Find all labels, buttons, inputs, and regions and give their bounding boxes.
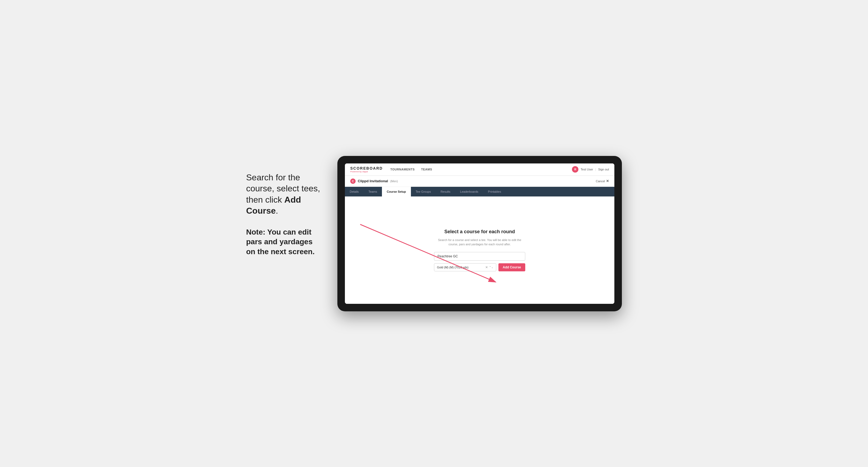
- tee-select-wrapper[interactable]: Gold (M) (M) (7010 yds) ✕ ⌃⌄: [434, 263, 496, 271]
- tournament-header: C Clippd Invitational (Men) Cancel ✕: [345, 176, 614, 187]
- instruction-bold: Add Course: [246, 195, 301, 216]
- tablet-frame: SCOREBOARD Powered by clippd TOURNAMENTS…: [337, 156, 622, 311]
- logo-sub: Powered by clippd: [350, 170, 383, 173]
- tab-tee-groups[interactable]: Tee Groups: [411, 187, 436, 196]
- tee-select-controls: ✕ ⌃⌄: [485, 266, 493, 269]
- tab-leaderboards[interactable]: Leaderboards: [455, 187, 483, 196]
- course-search-input[interactable]: [434, 252, 525, 260]
- tab-course-setup[interactable]: Course Setup: [382, 187, 411, 196]
- tournament-badge: (Men): [390, 180, 398, 183]
- instruction-note: Note: You can edit pars and yardages on …: [246, 227, 321, 257]
- nav-link-teams[interactable]: TEAMS: [421, 168, 432, 171]
- card-title: Select a course for each round: [434, 229, 525, 235]
- cancel-button[interactable]: Cancel ✕: [596, 179, 609, 183]
- add-course-button[interactable]: Add Course: [498, 263, 525, 271]
- tee-select-text: Gold (M) (M) (7010 yds): [437, 266, 468, 269]
- tee-arrows-icon[interactable]: ⌃⌄: [489, 266, 493, 269]
- tab-printables[interactable]: Printables: [483, 187, 506, 196]
- user-name: Test User: [581, 168, 593, 171]
- tablet-screen: SCOREBOARD Powered by clippd TOURNAMENTS…: [345, 163, 614, 304]
- tab-teams[interactable]: Teams: [364, 187, 382, 196]
- main-content: Select a course for each round Search fo…: [345, 196, 614, 304]
- tee-clear-icon[interactable]: ✕: [485, 266, 488, 269]
- sign-out-link[interactable]: Sign out: [598, 168, 609, 171]
- page-wrapper: Search for the course, select tees, then…: [246, 156, 622, 311]
- instruction-main: Search for the course, select tees, then…: [246, 172, 321, 217]
- top-nav-left: SCOREBOARD Powered by clippd TOURNAMENTS…: [350, 166, 432, 173]
- cancel-x-icon: ✕: [606, 179, 609, 183]
- nav-links: TOURNAMENTS TEAMS: [390, 168, 432, 171]
- tab-details[interactable]: Details: [345, 187, 364, 196]
- nav-divider: |: [595, 168, 596, 171]
- instructions-panel: Search for the course, select tees, then…: [246, 156, 321, 257]
- tablet-wrapper: SCOREBOARD Powered by clippd TOURNAMENTS…: [337, 156, 622, 311]
- tee-select-row: Gold (M) (M) (7010 yds) ✕ ⌃⌄ Add Course: [434, 263, 525, 271]
- top-nav-right: R Test User | Sign out: [572, 166, 609, 173]
- nav-link-tournaments[interactable]: TOURNAMENTS: [390, 168, 415, 171]
- top-nav: SCOREBOARD Powered by clippd TOURNAMENTS…: [345, 163, 614, 176]
- tab-results[interactable]: Results: [436, 187, 455, 196]
- c-logo: C: [350, 179, 355, 184]
- course-card: Select a course for each round Search fo…: [434, 229, 525, 271]
- user-avatar: R: [572, 166, 579, 173]
- tournament-name: Clippd Invitational: [358, 179, 388, 183]
- logo-text: SCOREBOARD: [350, 166, 383, 170]
- tab-navigation: Details Teams Course Setup Tee Groups Re…: [345, 187, 614, 196]
- cancel-label: Cancel: [596, 180, 605, 183]
- card-description: Search for a course and select a tee. Yo…: [434, 238, 525, 247]
- logo-area: SCOREBOARD Powered by clippd: [350, 166, 383, 173]
- tournament-title-area: C Clippd Invitational (Men): [350, 179, 398, 184]
